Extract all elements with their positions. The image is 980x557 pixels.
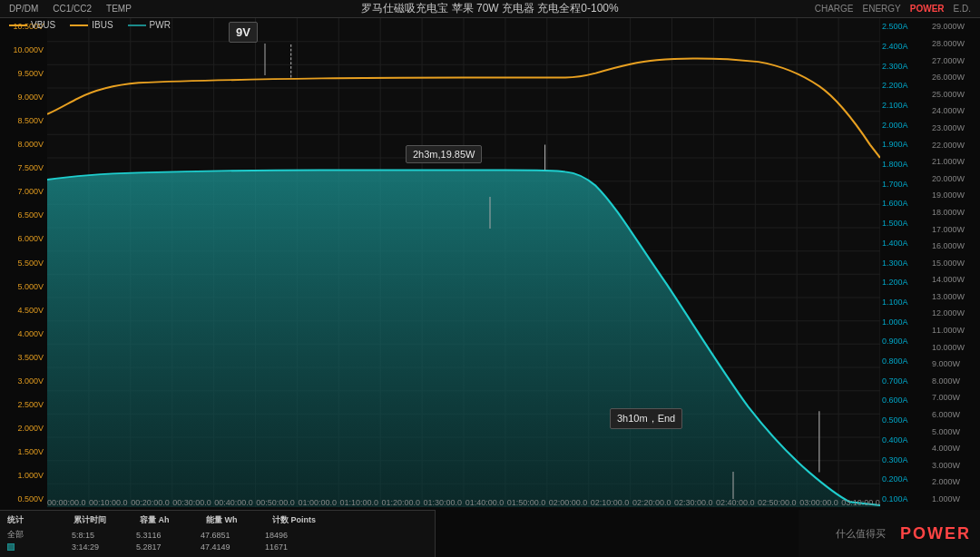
y-far-right-0: 1.000W bbox=[932, 494, 978, 503]
y-left-4: 2.500V bbox=[2, 400, 44, 409]
bottom-right-area: 什么值得买 POWER bbox=[799, 510, 980, 557]
stats-row-sel-time: 3:14:29 bbox=[72, 542, 131, 552]
ibus-line-icon bbox=[70, 24, 88, 26]
y-right-0: 0.100A bbox=[882, 494, 928, 503]
y-right-5: 0.600A bbox=[882, 396, 928, 405]
y-far-right-5: 6.000W bbox=[932, 410, 978, 419]
x-label-4: 00:40:00.0 bbox=[214, 498, 253, 507]
stats-row-sel-indicator bbox=[7, 543, 66, 551]
btn-power[interactable]: POWER bbox=[910, 4, 945, 14]
y-far-right-7: 8.000W bbox=[932, 376, 978, 386]
legend-row: VBUS IBUS PWR bbox=[9, 20, 171, 30]
y-far-right-26: 27.000W bbox=[932, 56, 978, 65]
x-label-17: 02:50:00.0 bbox=[758, 498, 797, 507]
stats-dot-blue bbox=[7, 543, 15, 551]
y-right-10: 1.100A bbox=[882, 298, 928, 307]
x-label-9: 01:30:00.0 bbox=[424, 498, 463, 507]
x-label-19: 03:10:00.0 bbox=[841, 498, 880, 507]
legend-pwr: PWR bbox=[128, 20, 171, 30]
x-label-14: 02:20:00.0 bbox=[632, 498, 671, 507]
x-label-5: 00:50:00.0 bbox=[256, 498, 295, 507]
y-right-6: 0.700A bbox=[882, 376, 928, 386]
stats-row-all-time: 5:8:15 bbox=[72, 531, 131, 540]
y-left-2: 1.500V bbox=[2, 447, 44, 456]
x-label-8: 01:20:00.0 bbox=[382, 498, 421, 507]
annotation-2h3m-line bbox=[490, 197, 491, 229]
y-axis-far-right: 1.000W 2.000W 3.000W 4.000W 5.000W 6.000… bbox=[930, 18, 980, 507]
legend-ibus-label: IBUS bbox=[92, 20, 113, 30]
stats-row-sel-points: 11671 bbox=[265, 542, 324, 552]
tab-cc1-cc2[interactable]: CC1/CC2 bbox=[53, 4, 92, 14]
y-left-18: 9.500V bbox=[2, 69, 44, 78]
y-left-12: 6.500V bbox=[2, 210, 44, 220]
y-right-22: 2.300A bbox=[882, 62, 928, 71]
btn-charge[interactable]: CHARGE bbox=[815, 4, 854, 14]
top-bar: DP/DM CC1/CC2 TEMP 罗马仕磁吸充电宝 苹果 70W 充电器 充… bbox=[0, 0, 980, 18]
y-far-right-11: 12.000W bbox=[932, 308, 978, 318]
y-right-24: 2.500A bbox=[882, 22, 928, 31]
y-axis-right: 0.100A 0.200A 0.300A 0.400A 0.500A 0.600… bbox=[880, 18, 930, 507]
chart-canvas: 9V 2h3m,19.85W 3h10m，End bbox=[47, 18, 880, 507]
tab-dp-dm[interactable]: DP/DM bbox=[9, 4, 38, 14]
stats-panel: 统计 累计时间 容量 Ah 能量 Wh 计数 Points 全部 5:8:15 … bbox=[0, 510, 436, 557]
y-right-2: 0.300A bbox=[882, 455, 928, 464]
y-right-9: 1.000A bbox=[882, 318, 928, 327]
stats-row-sel: 3:14:29 5.2817 47.4149 11671 bbox=[7, 542, 427, 552]
btn-ed[interactable]: E.D. bbox=[954, 4, 971, 14]
stats-col-energy: 能量 Wh bbox=[206, 514, 265, 526]
x-label-12: 02:00:00.0 bbox=[549, 498, 588, 507]
stats-col-capacity: 容量 Ah bbox=[140, 514, 199, 526]
x-label-10: 01:40:00.0 bbox=[466, 498, 505, 507]
y-right-23: 2.400A bbox=[882, 42, 928, 51]
stats-row-all: 全部 5:8:15 5.3116 47.6851 18496 bbox=[7, 529, 427, 541]
y-far-right-6: 7.000W bbox=[932, 393, 978, 402]
y-far-right-20: 21.000W bbox=[932, 157, 978, 166]
stats-row-all-points: 18496 bbox=[265, 531, 324, 540]
y-left-11: 6.000V bbox=[2, 234, 44, 243]
y-left-9: 5.000V bbox=[2, 282, 44, 291]
y-far-right-3: 4.000W bbox=[932, 444, 978, 453]
tab-temp[interactable]: TEMP bbox=[106, 4, 132, 14]
y-far-right-4: 5.000W bbox=[932, 427, 978, 436]
y-right-4: 0.500A bbox=[882, 415, 928, 425]
y-left-3: 2.000V bbox=[2, 424, 44, 433]
y-far-right-17: 18.000W bbox=[932, 208, 978, 217]
y-far-right-13: 14.000W bbox=[932, 275, 978, 284]
y-right-21: 2.200A bbox=[882, 81, 928, 90]
y-far-right-12: 13.000W bbox=[932, 292, 978, 301]
y-left-19: 10.000V bbox=[2, 45, 44, 54]
stats-col-time: 累计时间 bbox=[74, 514, 132, 526]
stats-row-all-capacity: 5.3116 bbox=[136, 531, 195, 540]
y-right-12: 1.300A bbox=[882, 259, 928, 268]
chart-area: 0.500V 1.000V 1.500V 2.000V 2.500V 3.000… bbox=[0, 18, 980, 507]
annotation-3h10m-line bbox=[733, 472, 734, 499]
y-far-right-14: 15.000W bbox=[932, 259, 978, 268]
annotation-9v-line bbox=[265, 44, 266, 75]
y-right-17: 1.800A bbox=[882, 160, 928, 169]
legend-vbus-label: VBUS bbox=[31, 20, 55, 30]
y-right-1: 0.200A bbox=[882, 474, 928, 484]
y-far-right-23: 24.000W bbox=[932, 106, 978, 115]
y-right-13: 1.400A bbox=[882, 239, 928, 248]
watermark-text: 什么值得买 bbox=[836, 527, 886, 541]
x-label-18: 03:00:00.0 bbox=[799, 498, 838, 507]
x-label-13: 02:10:00.0 bbox=[591, 498, 630, 507]
stats-header: 统计 累计时间 容量 Ah 能量 Wh 计数 Points bbox=[7, 514, 427, 526]
stats-col-label: 统计 bbox=[7, 514, 66, 526]
x-label-0: 00:00:00.0 bbox=[47, 498, 86, 507]
y-far-right-18: 19.000W bbox=[932, 191, 978, 200]
y-far-right-24: 25.000W bbox=[932, 90, 978, 99]
legend-vbus: VBUS bbox=[9, 20, 55, 30]
y-left-17: 9.000V bbox=[2, 93, 44, 102]
stats-row-sel-energy: 47.4149 bbox=[201, 542, 260, 552]
stats-row-sel-capacity: 5.2817 bbox=[136, 542, 195, 552]
btn-energy[interactable]: ENERGY bbox=[863, 4, 901, 14]
y-left-5: 3.000V bbox=[2, 376, 44, 386]
y-far-right-19: 20.000W bbox=[932, 174, 978, 183]
x-label-16: 02:40:00.0 bbox=[716, 498, 755, 507]
y-far-right-9: 10.000W bbox=[932, 343, 978, 352]
y-axis-left: 0.500V 1.000V 1.500V 2.000V 2.500V 3.000… bbox=[0, 18, 47, 507]
logo-power: POWER bbox=[900, 524, 971, 543]
y-far-right-16: 17.000W bbox=[932, 225, 978, 234]
legend-pwr-label: PWR bbox=[150, 20, 171, 30]
